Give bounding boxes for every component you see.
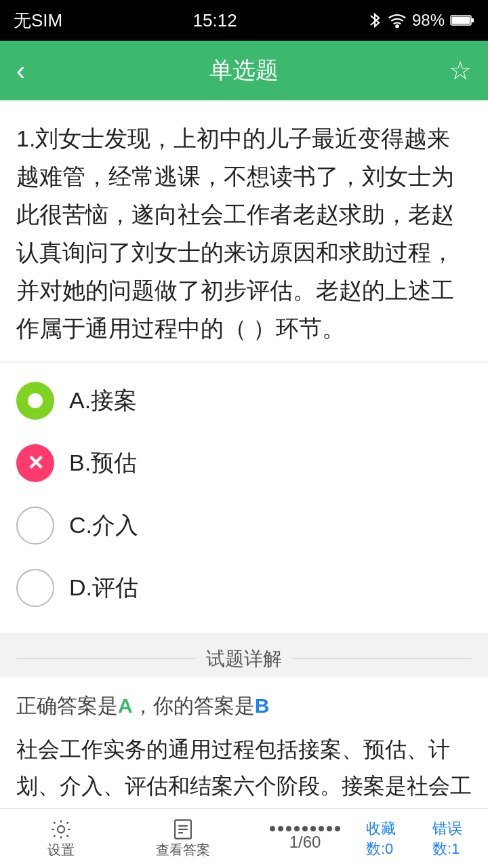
back-button[interactable]: ‹	[16, 56, 57, 86]
x-mark-icon: ✕	[27, 453, 44, 473]
question-number: 1	[16, 125, 29, 151]
answer-line: 正确答案是A，你的答案是B	[16, 688, 472, 723]
answer-separator: ，你的答案是	[133, 694, 255, 717]
answer-prefix: 正确答案是	[16, 694, 118, 717]
divider-line-right	[293, 658, 472, 659]
svg-point-4	[58, 826, 64, 833]
section-divider: 试题详解	[0, 646, 488, 672]
user-answer: B	[255, 694, 270, 717]
bottom-bar: 设置 查看答案 1/60	[0, 808, 488, 868]
star-button[interactable]: ☆	[431, 56, 472, 85]
settings-label: 设置	[47, 841, 75, 859]
answer-icon	[171, 818, 195, 841]
option-d-icon	[16, 569, 54, 607]
settings-button[interactable]: 设置	[0, 818, 122, 859]
option-c[interactable]: C.介入	[16, 494, 472, 557]
question-text: .刘女士发现，上初中的儿子最近变得越来越难管，经常逃课，不想读书了，刘女士为此很…	[16, 125, 454, 341]
time-label: 15:12	[193, 10, 237, 31]
option-a-icon	[16, 382, 54, 420]
collect-count: 收藏数:0	[366, 818, 422, 859]
carrier-label: 无SIM	[14, 9, 62, 33]
option-b-label: B.预估	[69, 448, 137, 479]
option-d[interactable]: D.评估	[16, 557, 472, 619]
battery-label: 98%	[412, 11, 445, 30]
status-bar: 无SIM 15:12 98%	[0, 0, 488, 41]
option-a-label: A.接案	[69, 385, 137, 416]
bluetooth-icon	[367, 11, 382, 30]
view-answer-label: 查看答案	[156, 841, 210, 859]
wifi-icon	[388, 13, 407, 28]
page-title: 单选题	[57, 55, 431, 86]
option-c-label: C.介入	[69, 510, 138, 541]
page-indicator[interactable]: 1/60	[244, 826, 366, 852]
option-c-icon	[16, 507, 54, 545]
page-label: 1/60	[289, 833, 321, 852]
options-area: A.接案 ✕ B.预估 C.介入 D.评估	[0, 363, 488, 633]
divider-label: 试题详解	[195, 646, 293, 672]
gear-icon	[49, 818, 73, 841]
option-d-label: D.评估	[69, 572, 138, 604]
correct-answer: A	[118, 694, 133, 717]
battery-icon	[450, 14, 474, 27]
stats-area: 收藏数:0 错误数:1	[366, 818, 488, 859]
divider-line-left	[16, 658, 195, 659]
option-b-icon: ✕	[16, 444, 54, 482]
option-b[interactable]: ✕ B.预估	[16, 432, 472, 494]
view-answer-button[interactable]: 查看答案	[122, 818, 244, 859]
header: ‹ 单选题 ☆	[0, 41, 488, 100]
svg-rect-2	[471, 18, 474, 22]
error-count: 错误数:1	[432, 818, 488, 859]
svg-point-0	[396, 25, 399, 28]
question-area: 1.刘女士发现，上初中的儿子最近变得越来越难管，经常逃课，不想读书了，刘女士为此…	[0, 100, 488, 361]
svg-rect-3	[451, 17, 470, 24]
status-icons: 98%	[367, 11, 474, 30]
option-a[interactable]: A.接案	[16, 370, 472, 432]
